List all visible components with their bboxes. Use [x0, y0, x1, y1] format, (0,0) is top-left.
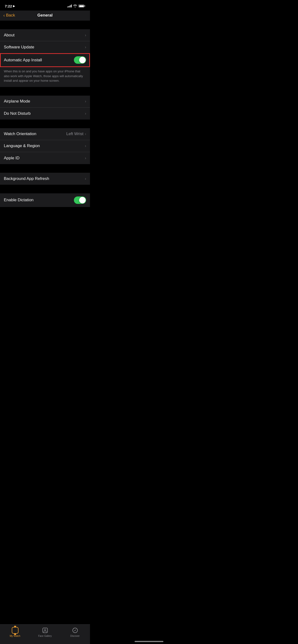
- toggle-knob: [79, 57, 86, 63]
- background-refresh-chevron-icon: ›: [85, 176, 86, 181]
- apple-id-label: Apple ID: [4, 156, 20, 160]
- airplane-mode-right: ›: [85, 99, 86, 104]
- software-update-chevron-icon: ›: [85, 45, 86, 49]
- background-refresh-right: ›: [85, 176, 86, 181]
- language-region-right: ›: [85, 144, 86, 148]
- back-chevron-icon: ‹: [3, 13, 5, 18]
- status-bar: 7:22 ▶: [0, 0, 90, 10]
- watch-orientation-right: Left Wrist ›: [66, 132, 86, 136]
- apple-id-row[interactable]: Apple ID ›: [0, 152, 90, 164]
- do-not-disturb-label: Do Not Disturb: [4, 111, 31, 116]
- about-row[interactable]: About ›: [0, 29, 90, 41]
- watch-orientation-label: Watch Orientation: [4, 132, 36, 136]
- section-gap-3: [0, 87, 90, 96]
- time-display: 7:22: [5, 4, 12, 8]
- language-region-row[interactable]: Language & Region ›: [0, 140, 90, 152]
- battery-icon: [78, 4, 85, 8]
- about-right: ›: [85, 33, 86, 38]
- software-update-right: ›: [85, 45, 86, 49]
- back-label: Back: [6, 13, 15, 18]
- back-button[interactable]: ‹ Back: [3, 13, 15, 18]
- airplane-mode-row[interactable]: Airplane Mode ›: [0, 96, 90, 108]
- do-not-disturb-row[interactable]: Do Not Disturb ›: [0, 108, 90, 120]
- watch-orientation-chevron-icon: ›: [85, 132, 86, 136]
- auto-app-install-label: Automatic App Install: [4, 58, 42, 62]
- background-refresh-row[interactable]: Background App Refresh ›: [0, 173, 90, 185]
- section-5: Background App Refresh ›: [0, 173, 90, 185]
- section-2: Automatic App Install When this is on an…: [0, 53, 90, 87]
- page-title: General: [37, 13, 53, 18]
- software-update-label: Software Update: [4, 45, 34, 50]
- language-region-label: Language & Region: [4, 144, 40, 148]
- do-not-disturb-chevron-icon: ›: [85, 112, 86, 116]
- apple-id-chevron-icon: ›: [85, 156, 86, 160]
- airplane-mode-label: Airplane Mode: [4, 99, 30, 104]
- status-time: 7:22 ▶: [5, 4, 15, 8]
- signal-icon: [67, 4, 72, 8]
- do-not-disturb-right: ›: [85, 112, 86, 116]
- section-1: About › Software Update ›: [0, 29, 90, 53]
- language-region-chevron-icon: ›: [85, 144, 86, 148]
- section-gap-5: [0, 164, 90, 173]
- airplane-mode-chevron-icon: ›: [85, 99, 86, 104]
- enable-dictation-toggle[interactable]: [74, 196, 86, 204]
- section-6: Enable Dictation: [0, 193, 90, 207]
- main-content: About › Software Update › Automatic App …: [0, 20, 90, 231]
- section-gap-1: [0, 20, 90, 29]
- wifi-icon: [73, 4, 77, 8]
- auto-app-install-description: When this is on and you have apps on you…: [0, 67, 90, 87]
- apple-id-right: ›: [85, 156, 86, 160]
- status-icons: [67, 4, 85, 8]
- watch-orientation-value: Left Wrist: [66, 132, 83, 136]
- about-chevron-icon: ›: [85, 33, 86, 38]
- software-update-row[interactable]: Software Update ›: [0, 41, 90, 53]
- enable-dictation-row[interactable]: Enable Dictation: [0, 193, 90, 207]
- location-icon: ▶: [13, 4, 15, 8]
- auto-app-install-toggle[interactable]: [74, 56, 86, 64]
- watch-orientation-row[interactable]: Watch Orientation Left Wrist ›: [0, 128, 90, 140]
- section-gap-6: [0, 185, 90, 193]
- section-gap-4: [0, 120, 90, 128]
- auto-app-install-desc-text: When this is on and you have apps on you…: [4, 70, 83, 82]
- auto-app-install-row[interactable]: Automatic App Install: [0, 53, 90, 67]
- background-refresh-label: Background App Refresh: [4, 176, 49, 181]
- section-3: Airplane Mode › Do Not Disturb ›: [0, 96, 90, 120]
- nav-header: ‹ Back General: [0, 10, 90, 20]
- section-4: Watch Orientation Left Wrist › Language …: [0, 128, 90, 164]
- about-label: About: [4, 33, 14, 38]
- dictation-toggle-knob: [79, 197, 86, 204]
- enable-dictation-label: Enable Dictation: [4, 198, 34, 202]
